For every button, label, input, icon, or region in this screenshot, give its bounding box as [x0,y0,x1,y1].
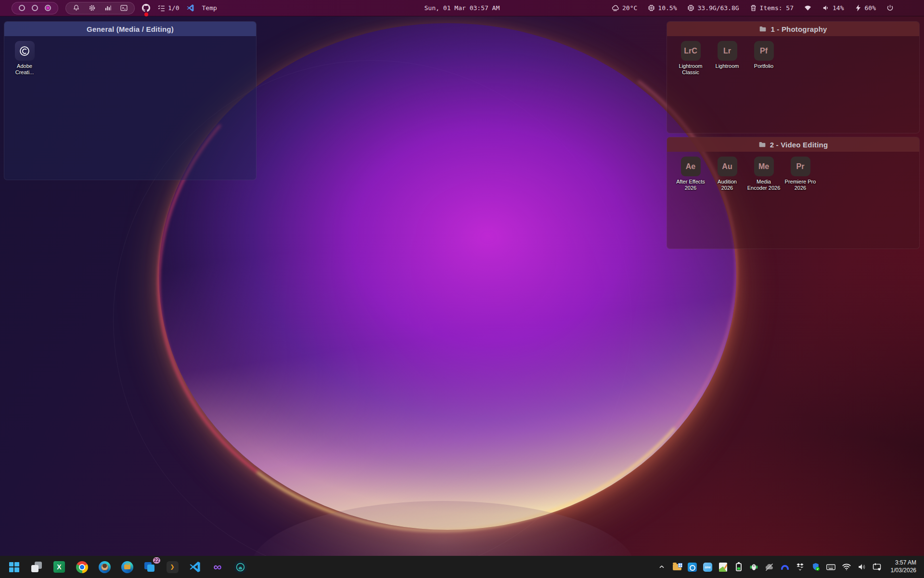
notepad-plus-plus-icon [719,563,727,572]
tray-onedrive-paused[interactable] [764,561,775,573]
taskbar: X 22 ❯ [0,556,924,578]
cpu-widget[interactable]: 10.5% [647,4,677,12]
memory-value: 33.9G/63.8G [697,4,739,12]
fence-photography-header[interactable]: 1 - Photography [667,22,919,36]
taskbar-clock[interactable]: 3:57 AM 1/03/2026 [891,559,919,574]
security-shield-icon [811,562,821,572]
focused-window-title: Temp [202,4,217,12]
desktop-icon-audition[interactable]: Au Audition 2026 [709,157,745,191]
desktop-icon-lightroom-classic[interactable]: LrC Lightroom Classic [673,41,708,76]
workspace-switcher [12,2,58,14]
quick-widgets [65,2,135,14]
power-icon[interactable] [886,4,894,12]
fence-general-header[interactable]: General (Media / Editing) [4,22,256,36]
desktop-icon-media-encoder[interactable]: Me Media Encoder 2026 [746,157,782,191]
desktop-icon-label: Portfolio [754,63,773,69]
top-status-bar: 1/0 Temp Sun, 01 Mar 03:57 AM 20°C 10.5% [0,0,924,16]
tray-sync-health[interactable] [872,561,883,573]
tray-files-app[interactable] [671,561,683,573]
vscode-widget-icon[interactable] [186,4,194,12]
recycle-bin-widget[interactable]: Items: 57 [749,4,794,12]
tray-volume[interactable] [856,561,868,573]
fence-video-editing-header[interactable]: 2 - Video Editing [667,137,919,152]
taskbar-app-teams[interactable]: 22 [141,558,159,576]
lightroom-icon: Lr [718,41,737,61]
github-notification-dot [144,13,148,16]
workspace-dot-2[interactable] [32,5,38,11]
vpn-arc-icon [780,562,790,572]
volume-icon [857,562,867,572]
fence-photography: 1 - Photography LrC Lightroom Classic Lr… [667,21,920,133]
start-button[interactable] [5,558,23,576]
gitkraken-icon [234,561,247,574]
workspace-dot-1[interactable] [19,5,25,11]
taskbar-app-chrome[interactable] [73,558,91,576]
desktop-icon-label: After Effects 2026 [676,179,705,191]
gear-icon[interactable] [88,4,96,12]
premiere-pro-icon: Pr [791,157,810,176]
portfolio-icon: Pf [754,41,774,61]
desktop-icon-lightroom[interactable]: Lr Lightroom [709,41,745,69]
wifi-status-icon[interactable] [804,4,812,12]
taskbar-app-terminal[interactable]: ❯ [163,558,181,576]
terminal-widget-icon[interactable] [120,4,128,12]
ram-chip-icon [687,4,695,12]
github-widget[interactable] [142,4,150,12]
desktop-icon-label: Media Encoder 2026 [747,179,781,191]
tray-touch-keyboard[interactable] [825,561,837,573]
recycle-bin-count: Items: 57 [760,4,794,12]
desktop-icon-adobe-creative-cloud[interactable]: Adobe Creati... [10,41,39,76]
folder-icon [758,141,766,148]
taskbar-app-vscode[interactable] [186,558,204,576]
tray-battery-monitor[interactable] [733,561,744,573]
wifi-icon [842,562,851,572]
weather-value: 20°C [622,4,637,12]
profile-avatar [101,564,108,571]
workspace-dot-3-active[interactable] [45,5,51,11]
tray-notepad-plus-plus[interactable] [718,561,729,573]
chart-icon[interactable] [104,4,112,12]
desktop-icon-label: Audition 2026 [718,179,737,191]
battery-widget[interactable]: 60% [854,4,876,12]
github-icon [142,4,150,12]
taskbar-app-edge-work[interactable] [118,558,136,576]
tray-outlook[interactable] [687,561,698,573]
work-briefcase-icon [124,565,130,569]
tray-vpn[interactable] [779,561,791,573]
taskbar-app-excel[interactable]: X [50,558,68,576]
hidden-icons-chevron[interactable] [656,561,667,573]
desktop: 1/0 Temp Sun, 01 Mar 03:57 AM 20°C 10.5% [0,0,924,578]
topbar-clock[interactable]: Sun, 01 Mar 03:57 AM [424,4,500,12]
task-view-button[interactable] [27,558,46,576]
edge-icon [121,561,133,573]
fence-video-editing: 2 - Video Editing Ae After Effects 2026 … [667,137,920,249]
visual-studio-icon: ∞ [213,561,221,573]
tray-mouse-utility[interactable] [748,561,760,573]
desktop-icon-portfolio[interactable]: Pf Portfolio [746,41,782,69]
outlook-icon [688,563,697,572]
tray-windows-security[interactable] [810,561,821,573]
battery-monitor-icon [736,563,742,571]
trash-icon [749,4,757,12]
desktop-icon-premiere-pro[interactable]: Pr Premiere Pro 2026 [783,157,818,191]
task-view-icon [31,562,42,572]
fence-general-title: General (Media / Editing) [87,25,174,33]
desktop-icon-after-effects[interactable]: Ae After Effects 2026 [673,157,708,191]
lightroom-classic-icon: LrC [681,41,701,61]
tray-onecommander[interactable]: one [702,561,714,573]
memory-widget[interactable]: 33.9G/63.8G [687,4,739,12]
tasks-counter: 1/0 [168,4,179,12]
tasks-widget[interactable]: 1/0 [157,4,179,12]
speaker-icon [822,4,830,12]
desktop-icon-label: Lightroom Classic [679,63,703,76]
weather-widget[interactable]: 20°C [612,4,637,12]
taskbar-app-visual-studio[interactable]: ∞ [208,558,227,576]
tray-dropbox[interactable] [795,561,806,573]
cloud-icon [612,4,620,12]
bell-icon[interactable] [72,4,80,12]
notification-badge: 22 [152,556,161,565]
volume-widget[interactable]: 14% [822,4,844,12]
tray-wifi[interactable] [841,561,852,573]
taskbar-app-gitkraken[interactable] [231,558,249,576]
taskbar-app-edge-personal[interactable] [95,558,114,576]
